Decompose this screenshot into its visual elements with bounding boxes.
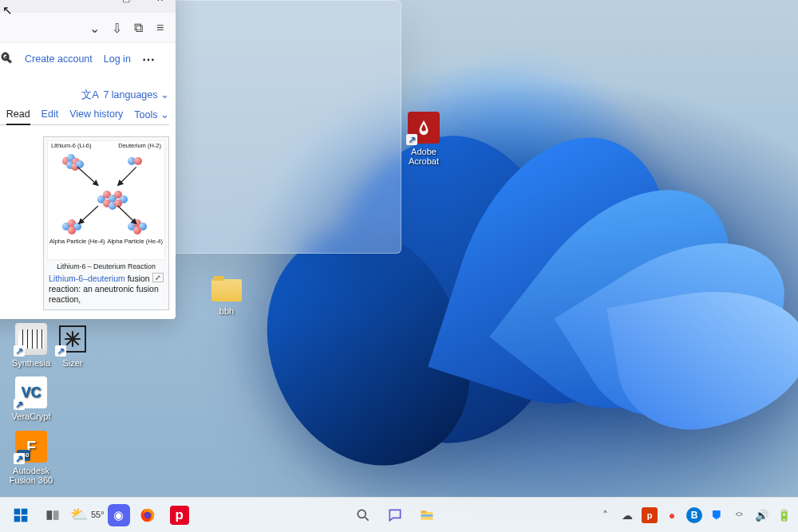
window-close-button[interactable]: ✕ [145, 0, 174, 10]
task-view-icon [45, 507, 61, 523]
desktop-icon-label: bbh [219, 306, 234, 316]
desktop-icon-label: VeraCrypt [12, 412, 51, 421]
svg-line-3 [118, 206, 136, 223]
taskbar[interactable]: ⛅ 55° ◉ p ˄ ☁ p ● B ⛊ ⌔ 🔊 🔋 [0, 497, 798, 532]
tab-edit[interactable]: Edit [41, 108, 59, 120]
svg-point-12 [358, 510, 366, 518]
svg-rect-7 [22, 515, 28, 522]
close-icon: ✕ [156, 0, 164, 4]
maximize-icon: ▢ [122, 0, 130, 4]
start-button[interactable] [6, 501, 35, 530]
window-drag-preview [170, 0, 401, 254]
desktop-icon-adobe-acrobat[interactable]: ↗ Adobe Acrobat [399, 112, 448, 166]
desktop-icon-fusion360[interactable]: F 360 ↗ Autodesk Fusion 360 [6, 431, 56, 485]
desktop-icon-sizer[interactable]: ↗ Sizer [48, 323, 97, 368]
taskbar-app-firefox[interactable] [133, 501, 162, 530]
downloads-icon[interactable]: ⇩ [112, 21, 126, 35]
browser-toolbar: ▤ ☆ ⌄ ⇩ ⧉ ≡ [0, 13, 176, 43]
search-icon [355, 507, 371, 523]
enlarge-image-icon[interactable]: ⤢ [152, 273, 164, 282]
svg-rect-4 [14, 508, 21, 514]
window-maximize-button[interactable]: ▢ [112, 0, 140, 10]
desktop-icon-label: Synthesia [12, 358, 50, 368]
chevron-down-icon: ⌄ [160, 89, 169, 100]
onedrive-icon[interactable]: ☁ [619, 507, 635, 523]
svg-rect-16 [421, 514, 433, 517]
windows-logo-icon [13, 507, 29, 523]
logi-tray-icon[interactable]: ● [664, 507, 680, 523]
figure-link[interactable]: Lithium-6–deuterium [49, 274, 125, 283]
create-account-link[interactable]: Create account [25, 53, 93, 65]
centered-search-button[interactable] [349, 501, 377, 530]
shortcut-arrow-icon: ↗ [406, 134, 417, 145]
tray-app-icon[interactable]: p [642, 507, 658, 523]
log-in-link[interactable]: Log in [104, 53, 131, 65]
wifi-icon[interactable]: ⌔ [731, 507, 747, 523]
weather-widget[interactable]: ⛅ 55° [70, 510, 105, 519]
firefox-window[interactable]: ⌄ — ▢ ✕ ▤ ☆ ⌄ ⇩ ⧉ ≡ 🔍︎ Create account Lo… [0, 0, 176, 319]
system-tray[interactable]: ˄ ☁ p ● B ⛊ ⌔ 🔊 🔋 [597, 507, 792, 523]
article-figure[interactable]: Lithium-6 (Li-6) Deuterium (H-2) Alpha P… [43, 136, 169, 310]
windows-security-icon[interactable]: ⛊ [709, 507, 725, 523]
desktop-icon-veracrypt[interactable]: VC ↗ VeraCrypt [6, 376, 56, 421]
shortcut-arrow-icon: ↗ [55, 345, 66, 357]
centered-explorer-button[interactable] [413, 501, 441, 530]
veracrypt-glyph: VC [21, 388, 41, 397]
tab-read[interactable]: Read [6, 108, 30, 125]
pinterest-icon: p [170, 506, 189, 525]
shortcut-arrow-icon: ↗ [14, 399, 25, 410]
adobe-acrobat-icon: ↗ [408, 112, 440, 144]
window-minimize-button[interactable]: — [78, 0, 107, 10]
more-menu-icon[interactable]: ⋯ [142, 52, 155, 67]
browser-titlebar[interactable]: ⌄ — ▢ ✕ [0, 0, 176, 13]
app-menu-icon[interactable]: ≡ [156, 21, 171, 35]
shortcut-arrow-icon: ↗ [14, 345, 25, 357]
battery-icon[interactable]: 🔋 [776, 507, 792, 523]
task-view-button[interactable] [38, 501, 67, 530]
desktop-icon-label: Adobe Acrobat [409, 147, 439, 166]
weather-temp: 55° [91, 510, 105, 519]
veracrypt-icon: VC ↗ [15, 376, 47, 408]
languages-dropdown[interactable]: 文A 7 languages ⌄ [0, 88, 169, 102]
desktop-icon-folder-bbh[interactable]: bbh [202, 271, 251, 316]
tray-overflow-button[interactable]: ˄ [597, 507, 613, 523]
svg-line-13 [365, 517, 369, 520]
figure-caption: Lithium-6 – Deuterium Reaction [47, 260, 165, 271]
svg-rect-6 [14, 515, 21, 522]
svg-rect-8 [47, 510, 53, 520]
translate-icon: 文A [81, 89, 99, 100]
minimize-icon: — [89, 0, 97, 3]
firefox-icon [140, 507, 156, 523]
weather-icon: ⛅ [70, 510, 88, 519]
figure-description: Lithium-6–deuterium fusion reaction: an … [47, 271, 165, 306]
tab-tools[interactable]: Tools ⌄ [134, 108, 169, 120]
article-tabs: Read Edit View history Tools ⌄ [0, 108, 169, 125]
centered-chat-button[interactable] [381, 501, 409, 530]
wikipedia-page: 🔍︎ Create account Log in ⋯ 文A 7 language… [0, 43, 176, 319]
svg-line-2 [79, 206, 98, 223]
synthesia-icon: ↗ [15, 323, 47, 355]
desktop-icon-label: Autodesk Fusion 360 [10, 466, 53, 485]
pocket-icon[interactable]: ⌄ [89, 21, 104, 35]
extensions-icon[interactable]: ⧉ [134, 21, 148, 35]
taskbar-app-pinterest[interactable]: p [165, 501, 194, 530]
tab-view-history[interactable]: View history [69, 108, 123, 120]
wiki-personal-tools: 🔍︎ Create account Log in ⋯ [0, 51, 169, 67]
svg-line-0 [77, 167, 98, 185]
svg-point-11 [144, 511, 150, 518]
fusion360-icon: F 360 ↗ [15, 431, 47, 463]
bluetooth-icon[interactable]: B [686, 507, 702, 523]
svg-line-1 [118, 167, 136, 185]
desktop-icon-label: Sizer [62, 358, 82, 368]
folder-icon [211, 271, 243, 303]
file-explorer-icon [419, 507, 435, 523]
languages-label: 7 languages [103, 89, 157, 100]
fusion-diagram: Lithium-6 (Li-6) Deuterium (H-2) Alpha P… [47, 140, 165, 260]
volume-icon[interactable]: 🔊 [753, 507, 769, 523]
taskbar-app-discord[interactable]: ◉ [108, 504, 130, 526]
svg-rect-9 [53, 510, 59, 520]
svg-rect-15 [421, 510, 427, 513]
chat-icon [387, 507, 403, 523]
svg-rect-5 [22, 508, 28, 514]
search-icon[interactable]: 🔍︎ [0, 51, 14, 67]
